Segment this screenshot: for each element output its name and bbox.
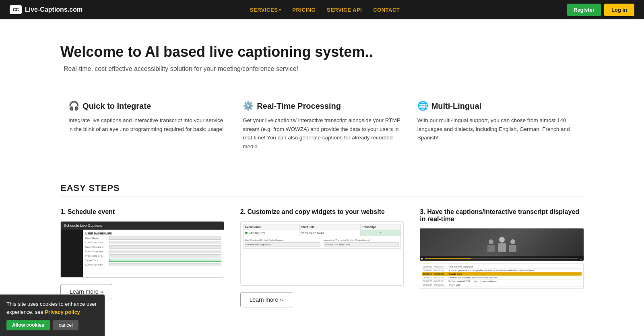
brand-name: Live-Captions.com bbox=[25, 6, 83, 13]
features-section: 🎧 Quick to Integrate Integrate live capt… bbox=[0, 85, 644, 175]
cookie-actions: Allow cookies cancel bbox=[6, 320, 98, 324]
step-1-title: 1. Schedule event bbox=[60, 208, 224, 216]
feature-integrate-title: Quick to Integrate bbox=[83, 102, 151, 111]
transcript-row-1: 00:00:02 - 00:00:04 This is demo transcr… bbox=[422, 265, 582, 269]
step-3-video: ▶ ⊞ bbox=[420, 228, 584, 261]
feature-realtime-desc: Get your live captions/ interactive tran… bbox=[243, 116, 401, 151]
steps-title: EASY STEPS bbox=[60, 183, 584, 193]
cancel-cookies-button[interactable]: cancel bbox=[53, 320, 78, 324]
nav-actions: Register Log in bbox=[567, 4, 634, 16]
hero-subtitle: Real-time, cost effective accessibility … bbox=[64, 65, 584, 73]
feature-multilingual: 🌐 Multi-Lingual With our multi-lingual s… bbox=[409, 101, 584, 151]
transcript-row-2: 00:00:05 - 00:00:14 You can generate tra… bbox=[422, 269, 582, 272]
transcript-row-3: 00:00:17 - 00:00:18 Google hello bbox=[422, 272, 582, 276]
feature-multilingual-title: Multi-Lingual bbox=[431, 102, 481, 111]
steps-divider bbox=[60, 197, 584, 197]
cookie-text: This site uses cookies to enhance user e… bbox=[6, 300, 98, 316]
step-2-learn-more-button[interactable]: Learn more » bbox=[240, 292, 292, 307]
step-3-transcript: 00:00:02 - 00:00:04 This is demo transcr… bbox=[420, 263, 584, 289]
step-2-screenshot: Event Name Start Date Transcript Meeting… bbox=[240, 221, 404, 286]
nav-links: SERVICES ▾ PRICING SERVICE API CONTACT bbox=[250, 7, 400, 13]
hero-title: Welcome to AI based live captioning syst… bbox=[60, 44, 584, 60]
nav-link-contact[interactable]: CONTACT bbox=[373, 7, 400, 13]
chevron-down-icon: ▾ bbox=[279, 8, 281, 12]
step-2: 2. Customize and copy widgets to your we… bbox=[240, 208, 404, 307]
step-3: 3. Have the captions/interactive transcr… bbox=[420, 208, 584, 307]
hero-section: Welcome to AI based live captioning syst… bbox=[0, 19, 644, 85]
nav-services[interactable]: SERVICES ▾ bbox=[250, 7, 281, 13]
nav-link-services[interactable]: SERVICES bbox=[250, 7, 278, 13]
step-2-title: 2. Customize and copy widgets to your we… bbox=[240, 208, 404, 216]
feature-integrate: 🎧 Quick to Integrate Integrate live capt… bbox=[60, 101, 235, 151]
step-3-title: 3. Have the captions/interactive transcr… bbox=[420, 208, 584, 223]
login-button[interactable]: Log in bbox=[604, 4, 634, 16]
cc-icon: CC bbox=[10, 5, 22, 14]
nav-link-pricing[interactable]: PRICING bbox=[292, 7, 316, 13]
step-3-content: ▶ ⊞ 00:00:02 - 00:00:04 This is demo tra… bbox=[420, 228, 584, 289]
feature-integrate-desc: Integrate live captions and interactive … bbox=[68, 116, 227, 133]
step-1: 1. Schedule event Schedule Live Captions… bbox=[60, 208, 224, 307]
transcript-row-4: 00:00:17 - 00:00:19 Create Free account,… bbox=[422, 276, 582, 280]
navbar: CC Live-Captions.com SERVICES ▾ PRICING … bbox=[0, 0, 644, 19]
step-1-screenshot: Schedule Live Captions USER DASHBOARD Ev… bbox=[60, 221, 224, 278]
register-button[interactable]: Register bbox=[567, 4, 601, 16]
headphone-icon: 🎧 bbox=[68, 101, 79, 111]
cookie-banner: This site uses cookies to enhance user e… bbox=[0, 295, 105, 324]
privacy-policy-link[interactable]: Privacy policy bbox=[45, 309, 80, 315]
brand-logo[interactable]: CC Live-Captions.com bbox=[10, 5, 83, 14]
gear-icon: ⚙️ bbox=[243, 101, 254, 111]
nav-link-service-api[interactable]: SERVICE API bbox=[327, 7, 362, 13]
feature-multilingual-desc: With our multi-lingual support, you can … bbox=[417, 116, 576, 142]
globe-icon: 🌐 bbox=[417, 101, 428, 111]
steps-grid: 1. Schedule event Schedule Live Captions… bbox=[60, 208, 584, 307]
transcript-row-6: 00:00:24 - 00:00:26 Thank you! bbox=[422, 283, 582, 287]
feature-realtime-title: Real-Time Processing bbox=[257, 102, 341, 111]
feature-realtime: ⚙️ Real-Time Processing Get your live ca… bbox=[235, 101, 409, 151]
transcript-row-5: 00:00:20 - 00:00:22 Embed widget HTML co… bbox=[422, 280, 582, 283]
allow-cookies-button[interactable]: Allow cookies bbox=[6, 320, 50, 324]
